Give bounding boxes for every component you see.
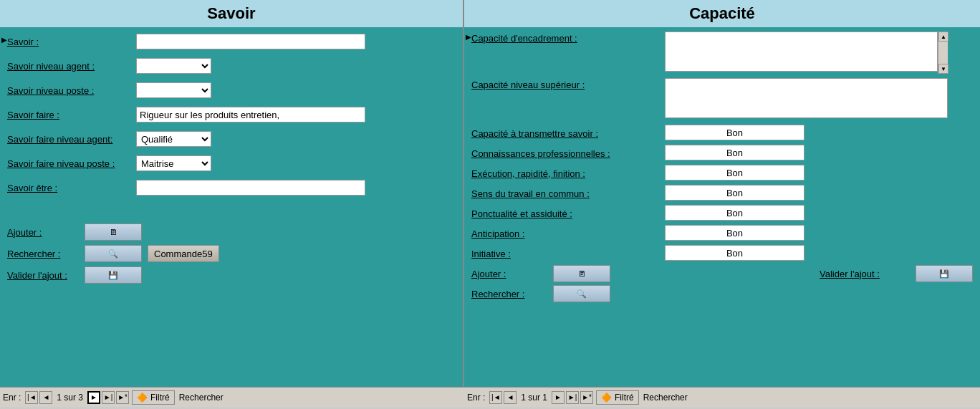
right-nav-new-btn[interactable]: ►* [580, 391, 593, 404]
encadrement-textarea[interactable] [665, 32, 938, 72]
scroll-down-btn[interactable]: ▼ [938, 64, 948, 74]
left-filter-label: Filtré [150, 393, 170, 403]
transmettre-label: Capacité à transmettre savoir : [471, 127, 665, 139]
right-rechercher-label: Rechercher [643, 393, 688, 403]
right-save-icon: 💾 [939, 269, 949, 279]
nav-first-btn[interactable]: |◄ [25, 391, 38, 404]
ajouter-label: Ajouter : [7, 227, 79, 238]
savoir-niveau-agent-label: Savoir niveau agent : [7, 61, 136, 72]
execution-row: Exécution, rapidité, finition : [471, 165, 973, 181]
niveau-superieur-textarea[interactable] [665, 78, 948, 118]
savoir-faire-niveau-agent-label: Savoir faire niveau agent: [7, 134, 136, 145]
rechercher-row: Rechercher : 🔍 Commande59 [7, 245, 456, 262]
savoir-etre-input[interactable] [136, 180, 365, 196]
savoir-label: Savoir : [7, 37, 136, 47]
nav-prev-btn[interactable]: ◄ [39, 391, 52, 404]
sens-label: Sens du travail en commun : [471, 187, 665, 199]
rechercher-button[interactable]: 🔍 [85, 245, 142, 262]
nav-next-btn[interactable]: ► [87, 391, 100, 404]
savoir-faire-niveau-poste-row: Savoir faire niveau poste : Qualifié Mai… [7, 153, 456, 173]
left-enr-label: Enr : [3, 393, 21, 403]
right-add-icon: 🖹 [578, 269, 586, 278]
transmettre-input[interactable] [665, 125, 804, 140]
savoir-niveau-poste-label: Savoir niveau poste : [7, 85, 136, 96]
right-search-icon: 🔍 [577, 289, 587, 299]
valider-row: Valider l'ajout : 💾 [7, 266, 456, 284]
valider-label: Valider l'ajout : [7, 270, 79, 281]
right-filter-icon: 🔶 [601, 393, 612, 403]
ponctualite-input[interactable] [665, 205, 804, 221]
right-valider-label: Valider l'ajout : [820, 269, 905, 279]
initiative-row: Initiative : [471, 245, 973, 261]
savoir-niveau-poste-row: Savoir niveau poste : Qualifié Maitrise … [7, 80, 456, 100]
ponctualite-label: Ponctualité et assiduité : [471, 207, 665, 219]
savoir-niveau-agent-select[interactable]: Qualifié Maitrise Expert [136, 58, 211, 74]
left-filter-button[interactable]: 🔶 Filtré [132, 390, 175, 405]
savoir-row: Savoir : [7, 32, 456, 52]
savoir-etre-label: Savoir être : [7, 183, 136, 193]
anticipation-input[interactable] [665, 225, 804, 241]
savoir-faire-label: Savoir faire : [7, 110, 136, 120]
ajouter-row: Ajouter : 🖹 [7, 223, 456, 241]
execution-input[interactable] [665, 165, 804, 181]
right-ajouter-button[interactable]: 🖹 [553, 265, 610, 282]
right-panel: Capacité ▶ Capacité d'encadrement : ▲ ▼ … [464, 0, 980, 387]
valider-button[interactable]: 💾 [85, 266, 142, 284]
transmettre-row: Capacité à transmettre savoir : [471, 125, 973, 140]
right-nav-next-btn[interactable]: ► [552, 391, 565, 404]
rechercher-label: Rechercher : [7, 249, 79, 259]
savoir-niveau-poste-select[interactable]: Qualifié Maitrise Expert [136, 82, 211, 98]
right-filter-button[interactable]: 🔶 Filtré [596, 390, 639, 405]
connaissances-label: Connaissances professionnelles : [471, 147, 665, 159]
left-filter-icon: 🔶 [137, 393, 148, 403]
left-panel-title: Savoir [0, 0, 463, 27]
right-nav-last-btn[interactable]: ►| [566, 391, 579, 404]
right-nav-first-btn[interactable]: |◄ [489, 391, 502, 404]
ponctualite-row: Ponctualité et assiduité : [471, 205, 973, 221]
nav-new-btn[interactable]: ►* [116, 391, 129, 404]
left-panel: Savoir ▶ Savoir : Savoir niveau agent : … [0, 0, 464, 387]
encadrement-textarea-wrap: ▲ ▼ [665, 32, 948, 74]
savoir-faire-niveau-agent-select[interactable]: Qualifié Maitrise Expert [136, 131, 211, 147]
right-statusbar: Enr : |◄ ◄ 1 sur 1 ► ►| ►* 🔶 Filtré Rech… [464, 387, 980, 407]
encadrement-label: Capacité d'encadrement : [471, 32, 665, 44]
search-icon: 🔍 [108, 249, 118, 259]
ajouter-button[interactable]: 🖹 [85, 223, 142, 241]
left-nav: |◄ ◄ 1 sur 3 ► ►| ►* [25, 391, 129, 404]
bottom-bars: Enr : |◄ ◄ 1 sur 3 ► ►| ►* 🔶 Filtré Rech… [0, 387, 980, 407]
left-rechercher-label: Rechercher [179, 393, 224, 403]
sens-row: Sens du travail en commun : [471, 185, 973, 201]
niveau-superieur-row: Capacité niveau supérieur : [471, 78, 973, 120]
right-ajouter-label: Ajouter : [471, 269, 543, 279]
right-panel-title: Capacité [464, 0, 980, 27]
add-icon: 🖹 [110, 228, 117, 236]
niveau-superieur-textarea-wrap [665, 78, 948, 120]
savoir-faire-input[interactable] [136, 107, 365, 122]
initiative-input[interactable] [665, 245, 804, 261]
right-enr-label: Enr : [467, 393, 485, 403]
commande-label: Commande59 [154, 249, 213, 259]
scroll-up-btn[interactable]: ▲ [938, 32, 948, 42]
sens-input[interactable] [665, 185, 804, 201]
right-page-info: 1 sur 1 [521, 393, 547, 403]
savoir-input[interactable] [136, 34, 365, 49]
connaissances-input[interactable] [665, 145, 804, 160]
execution-label: Exécution, rapidité, finition : [471, 167, 665, 179]
savoir-faire-niveau-poste-select[interactable]: Qualifié Maitrise Expert [136, 155, 211, 171]
encadrement-row: Capacité d'encadrement : ▲ ▼ [471, 32, 973, 74]
right-rechercher-button[interactable]: 🔍 [553, 285, 610, 302]
save-icon: 💾 [108, 271, 118, 280]
right-nav: |◄ ◄ 1 sur 1 ► ►| ►* [489, 391, 593, 404]
left-statusbar: Enr : |◄ ◄ 1 sur 3 ► ►| ►* 🔶 Filtré Rech… [0, 387, 464, 407]
right-valider-button[interactable]: 💾 [916, 265, 973, 282]
encadrement-scrollbar: ▲ ▼ [938, 32, 948, 74]
nav-last-btn[interactable]: ►| [102, 391, 115, 404]
initiative-label: Initiative : [471, 247, 665, 259]
savoir-niveau-agent-row: Savoir niveau agent : Qualifié Maitrise … [7, 56, 456, 76]
right-nav-prev-btn[interactable]: ◄ [504, 391, 517, 404]
connaissances-row: Connaissances professionnelles : [471, 145, 973, 160]
savoir-faire-row: Savoir faire : [7, 105, 456, 125]
right-rechercher-label: Rechercher : [471, 289, 543, 299]
niveau-superieur-label: Capacité niveau supérieur : [471, 78, 665, 90]
commande-button[interactable]: Commande59 [148, 245, 219, 262]
